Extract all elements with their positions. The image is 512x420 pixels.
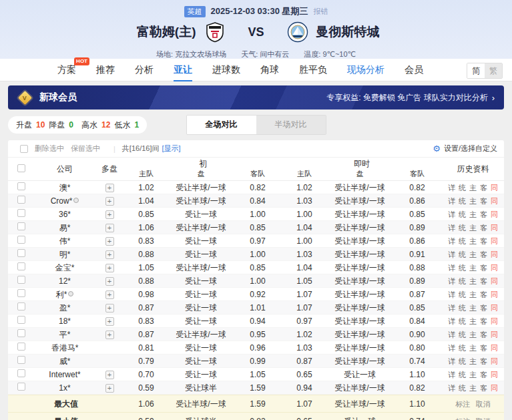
history-link-stats[interactable]: 统 [459, 301, 466, 314]
history-link-stats[interactable]: 统 [459, 288, 466, 301]
history-link-detail[interactable]: 详 [448, 274, 455, 288]
history-link-away[interactable]: 客 [480, 288, 487, 301]
nav-item-live-analysis[interactable]: 现场分析 [347, 59, 385, 81]
report-error-link[interactable]: 报错 [313, 7, 328, 17]
history-link-detail[interactable]: 详 [448, 194, 455, 208]
company-name[interactable]: Crow* [35, 194, 95, 208]
nav-item-asian-handicap[interactable]: 亚让 [174, 59, 192, 81]
expand-plus-button[interactable]: + [105, 371, 114, 379]
mark-link[interactable]: 标注 [456, 413, 471, 420]
company-name[interactable]: 伟* [35, 234, 95, 248]
history-link-same[interactable]: 同 [491, 261, 498, 274]
history-link-home[interactable]: 主 [469, 341, 477, 355]
history-link-stats[interactable]: 统 [459, 355, 466, 368]
history-link-home[interactable]: 主 [469, 381, 477, 395]
history-link-home[interactable]: 主 [469, 208, 477, 221]
row-checkbox[interactable] [17, 356, 25, 364]
company-name[interactable]: 36* [35, 208, 95, 221]
nav-item-membership[interactable]: 会员 [405, 59, 423, 81]
history-link-stats[interactable]: 统 [459, 221, 466, 234]
history-link-away[interactable]: 客 [480, 194, 487, 208]
history-link-away[interactable]: 客 [480, 301, 487, 314]
cancel-link[interactable]: 取消 [476, 395, 491, 413]
history-link-stats[interactable]: 统 [459, 368, 466, 381]
row-checkbox[interactable] [17, 236, 25, 244]
history-link-home[interactable]: 主 [469, 274, 477, 288]
nav-item-recommend[interactable]: 推荐 [96, 59, 115, 81]
company-name[interactable]: 18* [35, 314, 95, 328]
history-link-detail[interactable]: 详 [448, 314, 455, 328]
company-name[interactable]: 盈* [35, 301, 95, 314]
history-link-away[interactable]: 客 [480, 248, 487, 261]
history-link-away[interactable]: 客 [480, 274, 487, 288]
history-link-home[interactable]: 主 [469, 248, 477, 261]
history-link-detail[interactable]: 详 [448, 301, 455, 314]
history-link-away[interactable]: 客 [480, 221, 487, 234]
expand-plus-button[interactable]: + [105, 331, 114, 339]
row-checkbox[interactable] [17, 209, 25, 217]
history-link-home[interactable]: 主 [469, 301, 477, 314]
history-link-home[interactable]: 主 [469, 234, 477, 248]
history-link-home[interactable]: 主 [469, 328, 477, 341]
row-checkbox[interactable] [17, 196, 25, 204]
company-name[interactable]: 香港马* [35, 341, 95, 355]
history-link-stats[interactable]: 统 [459, 261, 466, 274]
history-link-detail[interactable]: 详 [448, 341, 455, 355]
select-all-header-checkbox[interactable] [17, 164, 25, 172]
show-link[interactable]: [显示] [162, 144, 181, 154]
expand-plus-button[interactable]: + [105, 384, 114, 393]
company-name[interactable]: 金宝* [35, 261, 95, 274]
history-link-same[interactable]: 同 [491, 234, 498, 248]
history-link-away[interactable]: 客 [480, 355, 487, 368]
row-checkbox[interactable] [17, 316, 25, 324]
history-link-detail[interactable]: 详 [448, 208, 455, 221]
lang-simplified-button[interactable]: 简 [467, 63, 485, 78]
history-link-away[interactable]: 客 [480, 381, 487, 395]
row-checkbox[interactable] [17, 222, 25, 230]
history-link-detail[interactable]: 详 [448, 288, 455, 301]
history-link-stats[interactable]: 统 [459, 208, 466, 221]
history-link-detail[interactable]: 详 [448, 248, 455, 261]
tab-full-match[interactable]: 全场对比 [187, 116, 256, 134]
delete-selected-link[interactable]: 删除选中 [35, 144, 64, 154]
settings-customize-link[interactable]: 设置/选择自定义 [444, 144, 497, 154]
history-link-detail[interactable]: 详 [448, 181, 455, 194]
lang-traditional-button[interactable]: 繁 [485, 63, 502, 78]
nav-item-goals[interactable]: 进球数 [212, 59, 240, 81]
cancel-link[interactable]: 取消 [476, 413, 491, 420]
history-link-away[interactable]: 客 [480, 314, 487, 328]
expand-plus-button[interactable]: + [105, 290, 114, 299]
history-link-stats[interactable]: 统 [459, 194, 466, 208]
history-link-detail[interactable]: 详 [448, 261, 455, 274]
history-link-home[interactable]: 主 [469, 194, 477, 208]
history-link-same[interactable]: 同 [491, 368, 498, 381]
row-checkbox[interactable] [17, 289, 25, 297]
company-name[interactable]: 澳* [35, 181, 95, 194]
expand-plus-button[interactable]: + [105, 184, 114, 192]
history-link-same[interactable]: 同 [491, 341, 498, 355]
history-link-stats[interactable]: 统 [459, 248, 466, 261]
row-checkbox[interactable] [17, 369, 25, 377]
nav-item-corners[interactable]: 角球 [260, 59, 279, 81]
expand-plus-button[interactable]: + [105, 277, 114, 286]
expand-plus-button[interactable]: + [105, 317, 114, 326]
expand-plus-button[interactable]: + [105, 264, 114, 272]
company-name[interactable]: 12* [35, 274, 95, 288]
row-checkbox[interactable] [17, 343, 25, 351]
row-checkbox[interactable] [17, 276, 25, 284]
history-link-detail[interactable]: 详 [448, 328, 455, 341]
history-link-stats[interactable]: 统 [459, 328, 466, 341]
history-link-away[interactable]: 客 [480, 181, 487, 194]
history-link-stats[interactable]: 统 [459, 274, 466, 288]
history-link-stats[interactable]: 统 [459, 314, 466, 328]
expand-plus-button[interactable]: + [105, 210, 114, 219]
company-name[interactable]: 利* [35, 288, 95, 301]
row-checkbox[interactable] [17, 249, 25, 257]
history-link-same[interactable]: 同 [491, 248, 498, 261]
nav-item-analysis[interactable]: 分析 [135, 59, 154, 81]
tab-half-match[interactable]: 半场对比 [256, 116, 326, 134]
select-all-toolbar-checkbox[interactable] [20, 145, 28, 153]
history-link-home[interactable]: 主 [469, 314, 477, 328]
history-link-same[interactable]: 同 [491, 181, 498, 194]
history-link-away[interactable]: 客 [480, 328, 487, 341]
